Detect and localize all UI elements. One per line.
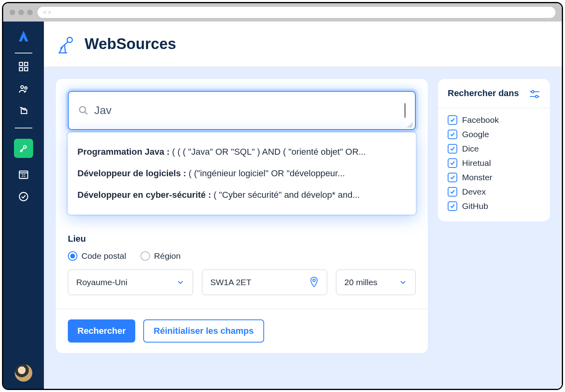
user-avatar[interactable]: [15, 364, 32, 382]
svg-rect-1: [24, 63, 28, 66]
checkbox-checked-icon: [448, 173, 457, 182]
suggestion-item[interactable]: Programmation Java : ( ( ( "Java" OR "SQ…: [69, 141, 414, 163]
suggestion-query: ( ("ingénieur logiciel" OR "développeur.…: [186, 168, 345, 178]
checkbox-checked-icon: [448, 130, 457, 139]
dashboard-icon[interactable]: [18, 61, 30, 73]
checkbox-checked-icon: [448, 158, 457, 168]
source-checkbox[interactable]: GitHub: [448, 201, 540, 211]
svg-rect-0: [20, 63, 23, 66]
svg-line-9: [22, 149, 22, 152]
source-checkbox[interactable]: Google: [448, 130, 540, 139]
select-value: 20 milles: [344, 278, 377, 287]
sources-list: Facebook Google Dice Hiretual Monster De…: [448, 115, 540, 211]
chevron-down-icon: [176, 278, 185, 287]
filter-title: Rechercher dans: [448, 88, 519, 99]
checkbox-label: Facebook: [462, 115, 499, 125]
checkbox-checked-icon: [448, 144, 457, 154]
source-checkbox[interactable]: Devex: [448, 187, 540, 197]
check-circle-icon[interactable]: [18, 191, 30, 203]
browser-window: < >: [2, 2, 563, 390]
suggestion-title: Programmation Java :: [77, 147, 170, 157]
divider: [15, 53, 32, 53]
radius-select[interactable]: 20 milles: [336, 270, 416, 295]
radio-button-unchecked: [140, 251, 150, 261]
radio-region[interactable]: Région: [140, 251, 181, 261]
suggestion-title: Développeur de logiciels :: [77, 168, 186, 178]
filter-settings-icon[interactable]: [529, 89, 540, 99]
suggestion-title: Développeur en cyber-sécurité :: [77, 190, 211, 200]
checkbox-label: Devex: [462, 187, 486, 197]
calendar-icon[interactable]: 31: [18, 168, 30, 180]
app-body: 31 WebSources: [3, 22, 562, 389]
svg-line-15: [60, 41, 68, 48]
app-logo-icon[interactable]: [16, 29, 32, 45]
source-checkbox[interactable]: Dice: [448, 144, 540, 154]
websources-icon[interactable]: [14, 139, 33, 158]
reset-button[interactable]: Réinitialiser les champs: [143, 319, 264, 343]
radio-label: Région: [154, 251, 181, 261]
svg-point-21: [313, 279, 315, 282]
sidebar-nav: 31: [14, 61, 33, 360]
nav-arrows-icon: < >: [43, 9, 51, 16]
sidebar: 31: [3, 22, 44, 389]
page-header: WebSources: [44, 22, 562, 67]
radio-postal[interactable]: Code postal: [68, 251, 126, 261]
svg-line-20: [85, 112, 87, 114]
search-input[interactable]: Jav: [94, 104, 401, 117]
search-box[interactable]: Jav: [68, 91, 416, 130]
source-checkbox[interactable]: Monster: [448, 173, 540, 182]
svg-point-25: [535, 95, 538, 98]
svg-text:31: 31: [21, 173, 26, 178]
checkbox-label: Dice: [462, 144, 479, 154]
page-title: WebSources: [85, 35, 176, 53]
search-icon: [78, 105, 89, 116]
suggestion-item[interactable]: Développeur de logiciels : ( ("ingénieur…: [69, 163, 414, 184]
window-controls: [10, 10, 33, 15]
checkbox-checked-icon: [448, 201, 457, 211]
svg-point-13: [20, 193, 28, 201]
location-label: Lieu: [68, 234, 416, 244]
divider: [438, 108, 550, 108]
suggestion-query: ( "Cyber sécurité" and dévelop* and...: [211, 190, 360, 200]
svg-line-8: [20, 150, 21, 152]
divider: [15, 128, 32, 128]
filter-header: Rechercher dans: [448, 88, 540, 99]
svg-point-5: [25, 87, 27, 89]
close-window-button[interactable]: [10, 10, 15, 15]
checkbox-checked-icon: [448, 187, 457, 197]
checkbox-label: Google: [462, 130, 489, 139]
search-box-wrap: Jav Programmation Java : ( ( ( "Java" OR…: [68, 91, 416, 130]
svg-point-23: [531, 91, 534, 93]
panel-footer: Rechercher Réinitialiser les champs: [56, 309, 428, 343]
folders-icon[interactable]: [18, 105, 30, 117]
main-content: WebSources Jav Programmation Java :: [44, 22, 562, 389]
minimize-window-button[interactable]: [18, 10, 24, 15]
location-inputs: Royaume-Uni SW1A 2ET 20 milles: [68, 270, 416, 295]
postal-code-input[interactable]: SW1A 2ET: [202, 270, 327, 295]
filter-panel: Rechercher dans Facebook Google Dice Hir…: [438, 79, 550, 221]
country-select[interactable]: Royaume-Uni: [68, 270, 193, 295]
text-cursor: [405, 103, 405, 118]
search-suggestions: Programmation Java : ( ( ( "Java" OR "SQ…: [68, 132, 416, 215]
radio-button-checked: [68, 251, 77, 261]
location-type-radio-group: Code postal Région: [68, 251, 416, 261]
checkbox-label: Hiretual: [462, 158, 491, 168]
search-panel: Jav Programmation Java : ( ( ( "Java" OR…: [56, 79, 428, 353]
input-value: SW1A 2ET: [210, 278, 251, 287]
content-area: Jav Programmation Java : ( ( ( "Java" OR…: [44, 67, 562, 389]
source-checkbox[interactable]: Facebook: [448, 115, 540, 125]
telescope-icon: [55, 34, 76, 55]
people-icon[interactable]: [18, 83, 30, 95]
search-button[interactable]: Rechercher: [68, 319, 135, 343]
svg-line-16: [59, 46, 63, 53]
checkbox-checked-icon: [448, 115, 457, 125]
suggestion-query: ( ( ( "Java" OR "SQL" ) AND ( "orienté o…: [170, 147, 366, 157]
location-section: Lieu Code postal Région: [68, 234, 416, 295]
svg-point-4: [21, 86, 24, 89]
suggestion-item[interactable]: Développeur en cyber-sécurité : ( "Cyber…: [69, 184, 414, 206]
maximize-window-button[interactable]: [27, 10, 33, 15]
source-checkbox[interactable]: Hiretual: [448, 158, 540, 168]
url-bar[interactable]: < >: [38, 7, 555, 18]
chevron-down-icon: [399, 278, 407, 287]
browser-chrome: < >: [3, 3, 562, 22]
